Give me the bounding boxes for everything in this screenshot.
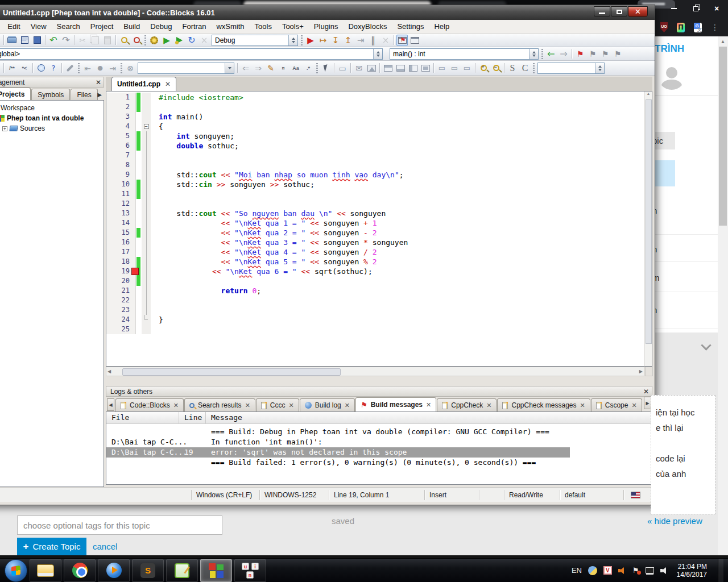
step-next-icon[interactable]: ↦ xyxy=(317,35,329,46)
line-number[interactable]: 4 xyxy=(106,122,136,131)
line-number[interactable]: 21 xyxy=(106,286,136,296)
fold-margin[interactable] xyxy=(142,151,151,160)
create-topic-button[interactable]: + Create Topic xyxy=(17,538,86,555)
column-header-line[interactable]: Line xyxy=(179,412,206,423)
abort-build-icon[interactable]: × xyxy=(198,35,210,46)
fold-margin[interactable] xyxy=(142,160,151,170)
editor-vscrollbar[interactable]: ▲ xyxy=(644,92,652,366)
line-number[interactable]: 1 xyxy=(106,93,136,102)
menu-item-fortran[interactable]: Fortran xyxy=(177,20,212,33)
incsearch-clear-icon[interactable]: ⊗ xyxy=(125,63,136,74)
find-icon[interactable] xyxy=(118,35,130,46)
stretch-icon[interactable]: S xyxy=(507,63,518,74)
fold-margin[interactable] xyxy=(142,296,151,305)
scrollbar-thumb[interactable] xyxy=(719,47,727,226)
toggle-bookmark-icon[interactable]: ⚑ xyxy=(574,48,586,60)
logs-tab-build-messages[interactable]: ⚑Build messages✕ xyxy=(355,397,436,411)
line-number[interactable]: 25 xyxy=(106,325,136,334)
fold-margin[interactable] xyxy=(142,238,151,247)
debug-continue-icon[interactable]: ▶ xyxy=(305,35,316,46)
tags-input[interactable] xyxy=(17,516,222,535)
logs-tab-cppcheck[interactable]: CppCheck✕ xyxy=(437,398,497,411)
tray-volume-icon[interactable] xyxy=(660,567,668,575)
code-editor[interactable]: 1#include <iostream>23int main()4−{5 int… xyxy=(106,92,652,367)
match-case-icon[interactable]: Aa xyxy=(290,63,301,74)
column-header-message[interactable]: Message xyxy=(206,412,652,423)
tab-close-icon[interactable]: ✕ xyxy=(245,402,250,409)
expand-icon[interactable]: + xyxy=(2,126,7,131)
tab-projects[interactable]: Projects xyxy=(0,88,31,100)
line-number[interactable]: 22 xyxy=(106,296,136,305)
spinner-icon[interactable] xyxy=(529,49,538,59)
step-out-icon[interactable]: ↥ xyxy=(342,35,354,46)
step-into-icon[interactable]: ↧ xyxy=(330,35,341,46)
tree-item-sources[interactable]: + Sources xyxy=(0,123,104,134)
fold-margin[interactable] xyxy=(142,112,151,122)
tray-action-center-icon[interactable]: ⚑ xyxy=(632,566,639,575)
next-call-icon[interactable]: ⇥ xyxy=(107,63,118,74)
fold-margin[interactable] xyxy=(142,276,151,286)
center-icon[interactable]: C xyxy=(519,63,531,74)
tab-close-icon[interactable]: ✕ xyxy=(426,401,431,409)
logs-tab-build-log[interactable]: Build log✕ xyxy=(300,398,355,411)
fold-margin[interactable] xyxy=(142,131,151,141)
scope-select[interactable]: <global> xyxy=(0,48,383,60)
translate-extension-icon[interactable]: G文 xyxy=(694,23,702,32)
editor-tab-untitled1[interactable]: Untitled1.cpp ✕ xyxy=(111,77,176,91)
save-icon[interactable] xyxy=(19,35,30,46)
tab-close-icon[interactable]: ✕ xyxy=(580,402,585,409)
tray-language[interactable]: EN xyxy=(572,566,582,575)
taskbar-explorer-icon[interactable] xyxy=(30,559,61,582)
debug-windows-icon[interactable] xyxy=(396,35,408,46)
logs-close-icon[interactable]: ✕ xyxy=(643,388,649,396)
fold-margin[interactable] xyxy=(142,189,151,199)
line-number[interactable]: 17 xyxy=(106,247,136,257)
doxy-help-icon[interactable]: ? xyxy=(48,63,59,74)
line-number[interactable]: 12 xyxy=(106,199,136,209)
pointer-icon[interactable] xyxy=(320,63,332,74)
fold-margin[interactable] xyxy=(142,180,151,189)
tab-files[interactable]: Files xyxy=(71,89,97,100)
menu-item-settings[interactable]: Settings xyxy=(392,20,429,33)
next-bookmark-icon[interactable]: ⚑ xyxy=(599,48,611,60)
various-windows-icon[interactable] xyxy=(409,35,420,46)
line-number[interactable]: 8 xyxy=(106,160,136,170)
save-all-icon[interactable] xyxy=(31,35,43,46)
incsearch-prev-icon[interactable]: ⇐ xyxy=(240,63,251,74)
maximize-button[interactable] xyxy=(611,6,627,17)
editor-hscrollbar[interactable]: ◀ ▶ xyxy=(106,367,644,376)
fold-margin[interactable] xyxy=(142,315,151,325)
run-to-cursor-icon[interactable] xyxy=(0,63,1,74)
copy-icon[interactable] xyxy=(89,35,101,46)
menu-item-debug[interactable]: Debug xyxy=(145,20,177,33)
goto-forward-icon[interactable]: ⇒ xyxy=(558,48,569,60)
run-icon[interactable]: ▶ xyxy=(161,35,172,46)
fold-margin[interactable] xyxy=(142,93,151,102)
tab-close-icon[interactable]: ✕ xyxy=(289,402,294,409)
expand-both-icon[interactable]: ▭ xyxy=(461,63,473,74)
line-number[interactable]: 3 xyxy=(106,112,136,122)
menu-item-view[interactable]: View xyxy=(26,20,52,33)
fold-margin[interactable] xyxy=(142,305,151,315)
taskbar-chrome-icon[interactable] xyxy=(64,559,96,582)
doxy-smiley-icon[interactable] xyxy=(35,63,47,74)
fold-margin[interactable] xyxy=(142,141,151,151)
menu-item-build[interactable]: Build xyxy=(118,20,145,33)
cancel-link[interactable]: cancel xyxy=(93,542,117,551)
wxsmith-select[interactable] xyxy=(537,63,605,74)
menu-item-edit[interactable]: Edit xyxy=(2,20,25,33)
fold-margin[interactable] xyxy=(142,102,151,112)
browser-menu-icon[interactable]: ⋮ xyxy=(711,23,719,32)
page-scrollbar[interactable]: ▲ xyxy=(718,36,728,555)
scroll-up-icon[interactable]: ▲ xyxy=(718,36,728,44)
incsearch-input[interactable] xyxy=(138,63,234,74)
replace-icon[interactable] xyxy=(131,35,142,46)
fold-margin[interactable]: − xyxy=(142,122,151,131)
tab-close-icon[interactable]: ✕ xyxy=(631,402,636,409)
fold-margin[interactable] xyxy=(142,286,151,296)
spinner-icon[interactable] xyxy=(595,63,604,73)
tab-symbols[interactable]: Symbols xyxy=(31,89,70,100)
menu-item-wxsmith[interactable]: wxSmith xyxy=(211,20,249,33)
tray-vietkey-icon[interactable]: V xyxy=(603,566,612,575)
new-file-icon[interactable] xyxy=(0,35,1,46)
